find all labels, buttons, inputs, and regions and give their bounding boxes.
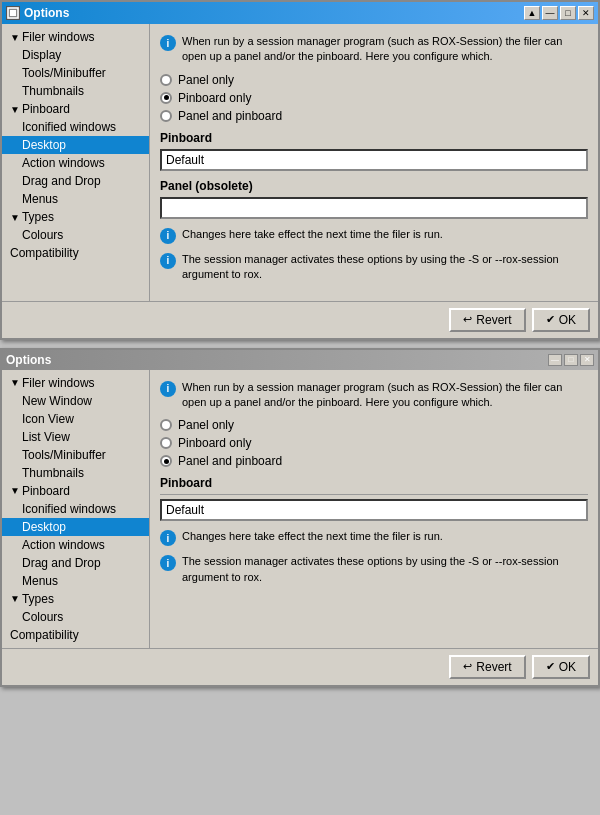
sidebar-label-display-1: Display bbox=[22, 48, 61, 62]
svg-rect-1 bbox=[10, 10, 16, 16]
sidebar-item-colours-2[interactable]: Colours bbox=[2, 608, 149, 626]
sidebar-label-thumbnails-2: Thumbnails bbox=[22, 466, 84, 480]
info-text-2c: The session manager activates these opti… bbox=[182, 554, 588, 585]
sidebar-item-icon-view-2[interactable]: Icon View bbox=[2, 410, 149, 428]
revert-label-2: Revert bbox=[476, 660, 511, 674]
sidebar-item-desktop-2[interactable]: Desktop bbox=[2, 518, 149, 536]
radio-circle-pinboard-only-2[interactable] bbox=[160, 437, 172, 449]
sidebar-item-filer-windows-1[interactable]: ▼ Filer windows bbox=[2, 28, 149, 46]
sidebar-item-pinboard-2[interactable]: ▼ Pinboard bbox=[2, 482, 149, 500]
radio-pinboard-only-2[interactable]: Pinboard only bbox=[160, 436, 588, 450]
pinboard-input-1[interactable] bbox=[160, 149, 588, 171]
sidebar-item-tools-1[interactable]: Tools/Minibuffer bbox=[2, 64, 149, 82]
sidebar-item-filer-windows-2[interactable]: ▼ Filer windows bbox=[2, 374, 149, 392]
sidebar-item-tools-2[interactable]: Tools/Minibuffer bbox=[2, 446, 149, 464]
radio-pinboard-only-1[interactable]: Pinboard only bbox=[160, 91, 588, 105]
window-icon1 bbox=[6, 6, 20, 20]
titlebar-buttons2: — □ ✕ bbox=[548, 354, 594, 366]
info-text-2: Changes here take effect the next time t… bbox=[182, 227, 443, 242]
arrow-types-2: ▼ bbox=[10, 593, 20, 604]
info-icon-1: i bbox=[160, 35, 176, 51]
sidebar-item-list-view-2[interactable]: List View bbox=[2, 428, 149, 446]
pinboard-label-1: Pinboard bbox=[160, 131, 588, 145]
sidebar-item-thumbnails-2[interactable]: Thumbnails bbox=[2, 464, 149, 482]
sidebar-item-types-1[interactable]: ▼ Types bbox=[2, 208, 149, 226]
sidebar-label-iconified-1: Iconified windows bbox=[22, 120, 116, 134]
sidebar-item-pinboard-1[interactable]: ▼ Pinboard bbox=[2, 100, 149, 118]
sidebar-item-desktop-1[interactable]: Desktop bbox=[2, 136, 149, 154]
sidebar-label-drag-2: Drag and Drop bbox=[22, 556, 101, 570]
revert-button-2[interactable]: ↩ Revert bbox=[449, 655, 525, 679]
content2: ▼ Filer windows New Window Icon View Lis… bbox=[2, 370, 598, 648]
info-text-2a: When run by a session manager program (s… bbox=[182, 380, 588, 411]
radio-circle-panel-only-1[interactable] bbox=[160, 74, 172, 86]
sidebar-label-types-1: Types bbox=[22, 210, 54, 224]
sidebar-item-menus-2[interactable]: Menus bbox=[2, 572, 149, 590]
arrow-types-1: ▼ bbox=[10, 212, 20, 223]
radio-panel-and-pinboard-1[interactable]: Panel and pinboard bbox=[160, 109, 588, 123]
ok-button-2[interactable]: ✔ OK bbox=[532, 655, 590, 679]
sidebar-item-compatibility-2[interactable]: Compatibility bbox=[2, 626, 149, 644]
radio-panel-and-pinboard-2[interactable]: Panel and pinboard bbox=[160, 454, 588, 468]
titlebar1: Options ▲ — □ ✕ bbox=[2, 2, 598, 24]
sidebar1: ▼ Filer windows Display Tools/Minibuffer… bbox=[2, 24, 150, 301]
ok-icon-2: ✔ bbox=[546, 660, 555, 673]
info-icon-2a: i bbox=[160, 381, 176, 397]
pinboard-label-2: Pinboard bbox=[160, 476, 588, 490]
restore-btn2[interactable]: □ bbox=[564, 354, 578, 366]
info-box-3: i The session manager activates these op… bbox=[160, 252, 588, 283]
titlebar-buttons1: ▲ — □ ✕ bbox=[524, 6, 594, 20]
sidebar-item-action-2[interactable]: Action windows bbox=[2, 536, 149, 554]
sidebar-item-iconified-1[interactable]: Iconified windows bbox=[2, 118, 149, 136]
close-btn1[interactable]: ✕ bbox=[578, 6, 594, 20]
info-box-1: i When run by a session manager program … bbox=[160, 34, 588, 65]
maximize-btn1[interactable]: — bbox=[542, 6, 558, 20]
minimize-btn1[interactable]: ▲ bbox=[524, 6, 540, 20]
pinboard-input-2[interactable] bbox=[160, 499, 588, 521]
sidebar-item-new-window-2[interactable]: New Window bbox=[2, 392, 149, 410]
sidebar-item-colours-1[interactable]: Colours bbox=[2, 226, 149, 244]
sidebar-item-types-2[interactable]: ▼ Types bbox=[2, 590, 149, 608]
sidebar-item-iconified-2[interactable]: Iconified windows bbox=[2, 500, 149, 518]
arrow-pinboard-1: ▼ bbox=[10, 104, 20, 115]
sidebar-label-compatibility-2: Compatibility bbox=[10, 628, 79, 642]
sidebar-label-types-2: Types bbox=[22, 592, 54, 606]
sidebar-label-filer-windows-2: Filer windows bbox=[22, 376, 95, 390]
sidebar-item-compatibility-1[interactable]: Compatibility bbox=[2, 244, 149, 262]
radio-label-panel-only-2: Panel only bbox=[178, 418, 234, 432]
revert-button-1[interactable]: ↩ Revert bbox=[449, 308, 525, 332]
sidebar-label-new-window-2: New Window bbox=[22, 394, 92, 408]
radio-circle-panel-only-2[interactable] bbox=[160, 419, 172, 431]
restore-btn1[interactable]: □ bbox=[560, 6, 576, 20]
close-btn2[interactable]: ✕ bbox=[580, 354, 594, 366]
radio-panel-only-2[interactable]: Panel only bbox=[160, 418, 588, 432]
info-icon-2b: i bbox=[160, 530, 176, 546]
sidebar-label-colours-1: Colours bbox=[22, 228, 63, 242]
panel-label-1: Panel (obsolete) bbox=[160, 179, 588, 193]
sidebar-item-thumbnails-1[interactable]: Thumbnails bbox=[2, 82, 149, 100]
revert-label-1: Revert bbox=[476, 313, 511, 327]
sidebar-item-display-1[interactable]: Display bbox=[2, 46, 149, 64]
radio-circle-panel-and-pinboard-1[interactable] bbox=[160, 110, 172, 122]
radio-panel-only-1[interactable]: Panel only bbox=[160, 73, 588, 87]
sidebar-label-desktop-2: Desktop bbox=[22, 520, 66, 534]
radio-group-1: Panel only Pinboard only Panel and pinbo… bbox=[160, 73, 588, 123]
sidebar-label-compatibility-1: Compatibility bbox=[10, 246, 79, 260]
ok-button-1[interactable]: ✔ OK bbox=[532, 308, 590, 332]
radio-circle-panel-and-pinboard-2[interactable] bbox=[160, 455, 172, 467]
radio-group-2: Panel only Pinboard only Panel and pinbo… bbox=[160, 418, 588, 468]
radio-circle-pinboard-only-1[interactable] bbox=[160, 92, 172, 104]
arrow-pinboard-2: ▼ bbox=[10, 485, 20, 496]
sidebar-item-drag-1[interactable]: Drag and Drop bbox=[2, 172, 149, 190]
info-icon-2c: i bbox=[160, 555, 176, 571]
sidebar-label-list-view-2: List View bbox=[22, 430, 70, 444]
window1: Options ▲ — □ ✕ ▼ Filer windows Display … bbox=[0, 0, 600, 340]
minimize-btn2[interactable]: — bbox=[548, 354, 562, 366]
sidebar-item-drag-2[interactable]: Drag and Drop bbox=[2, 554, 149, 572]
revert-icon-2: ↩ bbox=[463, 660, 472, 673]
bottom-bar-2: ↩ Revert ✔ OK bbox=[2, 648, 598, 685]
sidebar-item-menus-1[interactable]: Menus bbox=[2, 190, 149, 208]
sidebar-item-action-1[interactable]: Action windows bbox=[2, 154, 149, 172]
panel-input-1[interactable] bbox=[160, 197, 588, 219]
radio-label-panel-and-pinboard-1: Panel and pinboard bbox=[178, 109, 282, 123]
